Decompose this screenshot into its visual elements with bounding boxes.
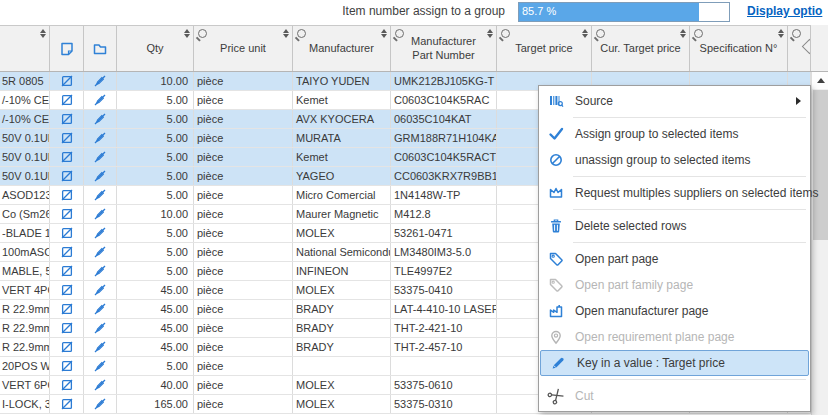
qty-cell[interactable]: 40.00 <box>117 376 194 394</box>
qty-cell[interactable]: 45.00 <box>117 281 194 299</box>
pen-crossed-icon[interactable] <box>93 397 107 411</box>
vertical-scrollbar[interactable] <box>811 72 828 415</box>
menu-item[interactable]: Source <box>539 88 810 114</box>
row-description-cell[interactable]: 5R 0805 <box>0 72 50 90</box>
pen-crossed-icon[interactable] <box>93 340 107 354</box>
pen-crossed-icon[interactable] <box>93 226 107 240</box>
price-unit-cell[interactable]: pièce <box>194 395 293 413</box>
note-crossed-icon[interactable] <box>60 302 74 316</box>
row-description-cell[interactable]: VERT 6POS <box>0 376 50 394</box>
qty-cell[interactable]: 10.00 <box>117 205 194 223</box>
note-crossed-cell[interactable] <box>50 224 84 242</box>
manufacturer-cell[interactable]: MOLEX <box>293 224 391 242</box>
menu-item[interactable]: Key in a value : Target price <box>540 350 809 376</box>
edit-crossed-cell[interactable] <box>84 376 117 394</box>
manufacturer-cell[interactable]: AVX KYOCERA <box>293 110 391 128</box>
pen-crossed-icon[interactable] <box>93 169 107 183</box>
qty-cell[interactable]: 45.00 <box>117 338 194 356</box>
note-crossed-icon[interactable] <box>60 207 74 221</box>
part-number-cell[interactable]: GRM188R71H104KA9 <box>391 129 497 147</box>
pen-crossed-icon[interactable] <box>93 359 107 373</box>
pen-crossed-icon[interactable] <box>93 207 107 221</box>
sort-icon[interactable] <box>184 29 190 38</box>
manufacturer-cell[interactable]: MOLEX <box>293 376 391 394</box>
price-unit-cell[interactable]: pièce <box>194 376 293 394</box>
search-icon[interactable] <box>596 29 605 38</box>
row-description-cell[interactable]: 50V 0.1UF <box>0 148 50 166</box>
note-crossed-cell[interactable] <box>50 91 84 109</box>
part-number-cell[interactable]: LM3480IM3-5.0 <box>391 243 497 261</box>
note-crossed-icon[interactable] <box>60 226 74 240</box>
row-description-cell[interactable]: /-10% CEI <box>0 91 50 109</box>
part-number-cell[interactable] <box>391 357 497 375</box>
price-unit-cell[interactable]: pièce <box>194 72 293 90</box>
scrollbar-thumb[interactable] <box>813 90 828 240</box>
manufacturer-cell[interactable]: BRADY <box>293 338 391 356</box>
note-crossed-icon[interactable] <box>60 397 74 411</box>
price-unit-cell[interactable]: pièce <box>194 148 293 166</box>
menu-item[interactable]: Delete selected rows <box>539 213 810 239</box>
manufacturer-cell[interactable]: INFINEON <box>293 262 391 280</box>
column-header-manufacturer[interactable]: Manufacturer <box>293 26 391 71</box>
edit-crossed-cell[interactable] <box>84 110 117 128</box>
note-crossed-cell[interactable] <box>50 319 84 337</box>
note-crossed-cell[interactable] <box>50 167 84 185</box>
sort-icon[interactable] <box>40 29 46 38</box>
manufacturer-cell[interactable]: Maurer Magnetic <box>293 205 391 223</box>
note-crossed-cell[interactable] <box>50 338 84 356</box>
pen-crossed-icon[interactable] <box>93 321 107 335</box>
row-description-cell[interactable]: 50V 0.1UF <box>0 167 50 185</box>
part-number-cell[interactable]: THT-2-421-10 <box>391 319 497 337</box>
menu-item[interactable]: Request multiples suppliers on selected … <box>539 180 810 206</box>
row-description-cell[interactable]: VERT 4POS <box>0 281 50 299</box>
menu-item[interactable]: Open part family page <box>539 272 810 298</box>
edit-crossed-cell[interactable] <box>84 186 117 204</box>
pen-crossed-icon[interactable] <box>93 302 107 316</box>
row-description-cell[interactable]: /-10% CEI <box>0 110 50 128</box>
note-crossed-icon[interactable] <box>60 378 74 392</box>
price-unit-cell[interactable]: pièce <box>194 243 293 261</box>
note-crossed-icon[interactable] <box>60 112 74 126</box>
pen-crossed-icon[interactable] <box>93 74 107 88</box>
part-number-cell[interactable]: UMK212BJ105KG-T <box>391 72 497 90</box>
pen-crossed-icon[interactable] <box>93 245 107 259</box>
note-crossed-icon[interactable] <box>60 359 74 373</box>
row-description-cell[interactable]: R 22.9mm <box>0 300 50 318</box>
note-crossed-cell[interactable] <box>50 395 84 413</box>
manufacturer-cell[interactable]: MURATA <box>293 129 391 147</box>
edit-crossed-cell[interactable] <box>84 281 117 299</box>
row-description-cell[interactable]: I-LOCK, 3 <box>0 395 50 413</box>
note-crossed-cell[interactable] <box>50 72 84 90</box>
qty-cell[interactable]: 5.00 <box>117 262 194 280</box>
column-header-target-price[interactable]: Target price <box>497 26 592 71</box>
note-crossed-icon[interactable] <box>60 188 74 202</box>
manufacturer-cell[interactable]: BRADY <box>293 300 391 318</box>
search-icon[interactable] <box>198 29 207 38</box>
part-number-cell[interactable]: 53375-0310 <box>391 395 497 413</box>
edit-crossed-cell[interactable] <box>84 205 117 223</box>
note-crossed-icon[interactable] <box>60 340 74 354</box>
price-unit-cell[interactable]: pièce <box>194 300 293 318</box>
qty-cell[interactable]: 5.00 <box>117 129 194 147</box>
qty-cell[interactable]: 5.00 <box>117 357 194 375</box>
menu-item[interactable]: Open part page <box>539 246 810 272</box>
row-description-cell[interactable]: R 22.9mm <box>0 338 50 356</box>
note-crossed-icon[interactable] <box>60 245 74 259</box>
edit-crossed-cell[interactable] <box>84 319 117 337</box>
part-number-cell[interactable]: C0603C104K5RACTU <box>391 148 497 166</box>
pen-crossed-icon[interactable] <box>93 150 107 164</box>
sort-icon[interactable] <box>680 29 686 38</box>
part-number-cell[interactable]: 06035C104KAT <box>391 110 497 128</box>
part-number-cell[interactable]: LAT-4-410-10 LASER <box>391 300 497 318</box>
qty-cell[interactable]: 5.00 <box>117 243 194 261</box>
price-unit-cell[interactable]: pièce <box>194 167 293 185</box>
qty-cell[interactable]: 5.00 <box>117 224 194 242</box>
row-description-cell[interactable]: MABLE, 5 <box>0 262 50 280</box>
note-crossed-cell[interactable] <box>50 300 84 318</box>
sort-icon[interactable] <box>778 29 784 38</box>
sort-icon[interactable] <box>582 29 588 38</box>
pen-crossed-icon[interactable] <box>93 378 107 392</box>
note-crossed-cell[interactable] <box>50 205 84 223</box>
price-unit-cell[interactable]: pièce <box>194 338 293 356</box>
price-unit-cell[interactable]: pièce <box>194 205 293 223</box>
